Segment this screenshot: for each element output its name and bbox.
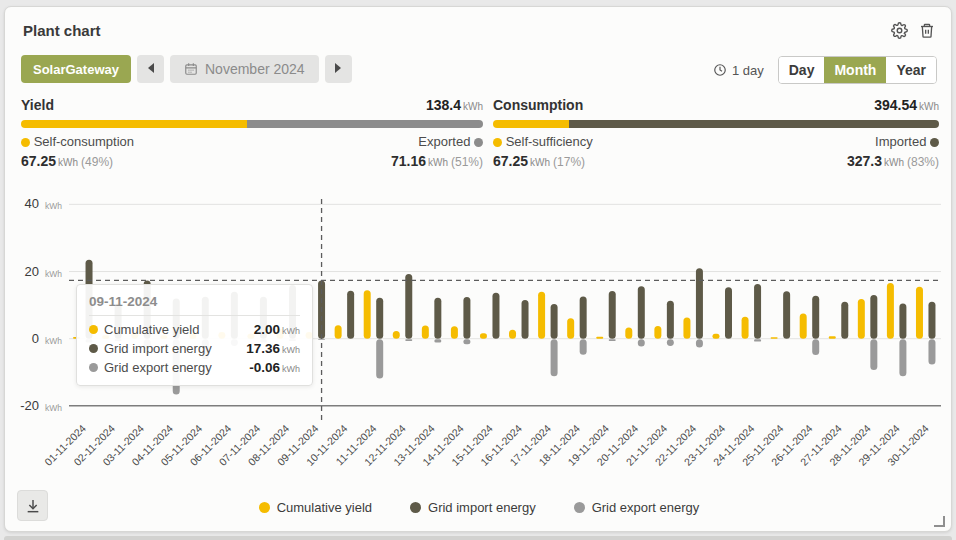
bar-export [812, 339, 819, 355]
bar-yield [596, 337, 603, 339]
bar-yield [800, 314, 807, 339]
bar-yield [654, 326, 661, 339]
resolution-indicator: 1 day [713, 63, 764, 78]
self-consumption-label: Self-consumption [21, 134, 134, 149]
bar-export [463, 339, 470, 344]
bar-import [899, 303, 906, 338]
prev-period-button[interactable] [137, 55, 164, 83]
bar-import [725, 287, 732, 338]
bar-yield [829, 336, 836, 338]
y-axis-tick: -20 [20, 398, 39, 413]
bar-export [434, 339, 441, 342]
view-switcher: Day Month Year [778, 56, 937, 84]
imported-label: Imported [875, 134, 939, 149]
export-dot-icon [89, 363, 98, 372]
bar-yield [422, 326, 429, 339]
bar-import [812, 296, 819, 339]
import-dot-icon [89, 344, 98, 353]
exported-dot-icon [474, 138, 483, 147]
chart-tooltip: 09-11-2024 Cumulative yield 2.00kWh Grid… [76, 284, 313, 386]
legend-import-dot-icon [410, 502, 421, 513]
bar-import [434, 298, 441, 339]
view-year-button[interactable]: Year [886, 57, 936, 83]
legend-export-dot-icon [574, 502, 585, 513]
bar-import [551, 304, 558, 339]
bar-yield [538, 292, 545, 339]
bar-export [899, 339, 906, 376]
date-picker-button[interactable]: November 2024 [170, 55, 319, 83]
bar-yield [742, 317, 749, 339]
settings-gear-icon[interactable] [889, 20, 909, 40]
resize-grip[interactable] [934, 516, 945, 527]
clock-icon [713, 63, 727, 77]
bar-import [667, 301, 674, 339]
header-actions [889, 20, 937, 40]
bar-export [667, 339, 674, 346]
view-day-button[interactable]: Day [779, 57, 825, 83]
controls-row: SolarGateway November 2024 [21, 55, 937, 83]
bar-import [754, 284, 761, 339]
self-consumption-dot-icon [21, 138, 30, 147]
next-period-button[interactable] [325, 55, 352, 83]
bar-import [376, 298, 383, 339]
exported-value: 71.16kWh(51%) [391, 152, 483, 170]
legend-cumulative-yield[interactable]: Cumulative yield [259, 500, 372, 515]
bar-yield [887, 283, 894, 339]
yield-progress-bar [21, 120, 483, 128]
y-axis-unit: kWh [45, 336, 62, 346]
imported-value: 327.3kWh(83%) [847, 152, 939, 170]
legend-yield-dot-icon [259, 502, 270, 513]
bar-export [551, 339, 558, 376]
gateway-chip[interactable]: SolarGateway [21, 55, 131, 83]
imported-dot-icon [930, 138, 939, 147]
bar-yield [858, 299, 865, 339]
bar-export [405, 339, 412, 341]
legend-grid-export[interactable]: Grid export energy [574, 500, 700, 515]
tooltip-row-yield: Cumulative yield 2.00kWh [89, 322, 300, 337]
bar-yield [509, 330, 516, 339]
bar-export [638, 339, 645, 346]
exported-label: Exported [418, 134, 483, 149]
y-axis-unit: kWh [45, 403, 62, 413]
delete-trash-icon[interactable] [917, 20, 937, 40]
consumption-title: Consumption [493, 97, 583, 113]
bar-import [783, 291, 790, 338]
bar-import [347, 291, 354, 339]
bar-import [580, 296, 587, 338]
calendar-icon [184, 62, 198, 76]
consumption-progress-bar [493, 120, 939, 128]
yield-total: 138.4kWh [426, 97, 483, 113]
bar-export [696, 339, 703, 347]
bar-yield [916, 287, 923, 339]
yield-dot-icon [89, 325, 98, 334]
bar-export [754, 339, 761, 341]
y-axis-tick: 0 [32, 331, 39, 346]
date-label: November 2024 [205, 61, 305, 77]
y-axis-unit: kWh [45, 201, 62, 211]
bar-import [492, 293, 499, 339]
bar-yield [393, 331, 400, 339]
legend-grid-import[interactable]: Grid import energy [410, 500, 536, 515]
bar-import [696, 268, 703, 339]
yield-title: Yield [21, 97, 54, 113]
bar-export [870, 339, 877, 370]
bar-export [609, 339, 616, 341]
bar-import [638, 286, 645, 338]
bar-import [928, 302, 935, 339]
bar-export [376, 339, 383, 378]
self-consumption-value: 67.25kWh(49%) [21, 152, 113, 170]
bar-yield [335, 325, 342, 338]
bar-yield [480, 333, 487, 338]
consumption-total: 394.54kWh [874, 97, 939, 113]
next-card-edge [4, 536, 952, 540]
bar-yield [451, 326, 458, 338]
y-axis-tick: 20 [25, 264, 39, 279]
bar-export [580, 339, 587, 354]
view-month-button[interactable]: Month [824, 57, 886, 83]
tooltip-date: 09-11-2024 [89, 294, 300, 309]
yield-summary: Yield 138.4kWh Self-consumption Exported… [21, 97, 483, 170]
bar-yield [364, 290, 371, 338]
y-axis-tick: 40 [25, 196, 39, 211]
consumption-summary: Consumption 394.54kWh Self-sufficiency I… [493, 97, 939, 170]
bar-export [318, 339, 325, 340]
